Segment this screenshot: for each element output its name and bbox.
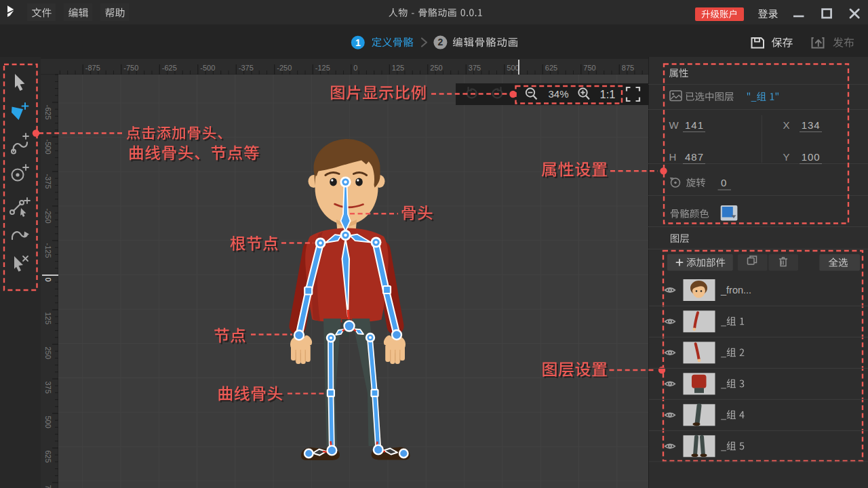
svg-text:-375: -375 [44,174,52,189]
svg-text:250: 250 [44,347,52,359]
svg-text:500: 500 [44,416,52,428]
svg-text:0: 0 [44,278,52,282]
svg-text:141: 141 [685,119,704,131]
svg-text:Y: Y [783,151,790,163]
svg-text:250: 250 [430,64,442,72]
svg-text:100: 100 [802,151,821,163]
svg-text:134: 134 [802,119,821,131]
svg-text:125: 125 [392,64,404,72]
svg-text:375: 375 [469,64,481,72]
svg-text:W: W [669,119,679,131]
svg-text:0: 0 [353,64,357,72]
svg-text:750: 750 [44,485,52,488]
svg-text:1:1: 1:1 [600,88,616,100]
svg-text:0: 0 [721,177,726,188]
svg-text:-625: -625 [44,105,52,120]
svg-text:625: 625 [44,451,52,463]
svg-text:-125: -125 [44,243,52,258]
svg-text:487: 487 [685,151,704,163]
svg-text:-250: -250 [44,209,52,224]
svg-text:875: 875 [622,64,634,72]
svg-text:2: 2 [438,37,443,47]
svg-text:-500: -500 [44,140,52,155]
svg-text:H: H [669,151,677,163]
svg-text:125: 125 [44,312,52,325]
svg-text:1: 1 [355,37,361,48]
svg-text:X: X [783,119,790,131]
svg-text:750: 750 [583,64,595,72]
svg-text:375: 375 [44,382,52,394]
svg-text:625: 625 [545,64,557,72]
svg-text:34%: 34% [548,88,568,100]
svg-text:500: 500 [507,64,519,72]
svg-text:_fron...: _fron... [720,285,751,296]
